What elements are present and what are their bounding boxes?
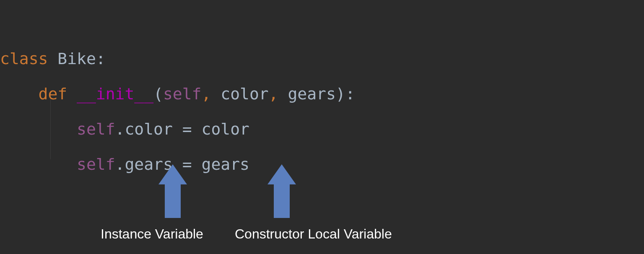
comma: ,: [269, 85, 278, 103]
self-ref: self: [77, 155, 115, 174]
indent: [0, 155, 77, 174]
arrow-up-icon: [158, 164, 187, 184]
arrow-instance-variable: [158, 164, 187, 218]
rparen: ): [336, 85, 345, 103]
param-self: self: [163, 85, 202, 103]
attr-color: color: [125, 120, 172, 138]
code-block: ​class Bike: def __init__(self, color, g…: [0, 41, 355, 182]
dot: .: [115, 120, 125, 138]
space: [192, 155, 202, 174]
dunder-init: __init__: [77, 85, 153, 103]
arrow-local-variable: [267, 164, 296, 218]
arrow-up-icon: [267, 164, 296, 184]
arrow-shaft: [274, 184, 290, 218]
space: [211, 85, 221, 103]
dot: .: [115, 155, 125, 174]
equals: =: [182, 120, 192, 138]
keyword-class: class: [0, 49, 48, 68]
space: [48, 49, 57, 68]
colon: :: [345, 85, 355, 103]
indent: [0, 85, 39, 103]
arrow-shaft: [165, 184, 181, 218]
label-constructor-local-variable: Constructor Local Variable: [235, 226, 392, 242]
indent: [0, 120, 77, 138]
rhs-color: color: [202, 120, 249, 138]
self-ref: self: [77, 120, 115, 138]
param-gears: gears: [288, 85, 335, 103]
comma: ,: [201, 85, 211, 103]
lparen: (: [153, 85, 163, 103]
class-name: Bike: [57, 49, 96, 68]
space: [192, 120, 202, 138]
space: [173, 120, 182, 138]
colon: :: [96, 49, 106, 68]
param-color: color: [221, 85, 268, 103]
space: [67, 85, 77, 103]
label-instance-variable: Instance Variable: [101, 226, 203, 242]
rhs-gears: gears: [202, 155, 249, 174]
keyword-def: def: [39, 85, 68, 103]
space: [278, 85, 288, 103]
